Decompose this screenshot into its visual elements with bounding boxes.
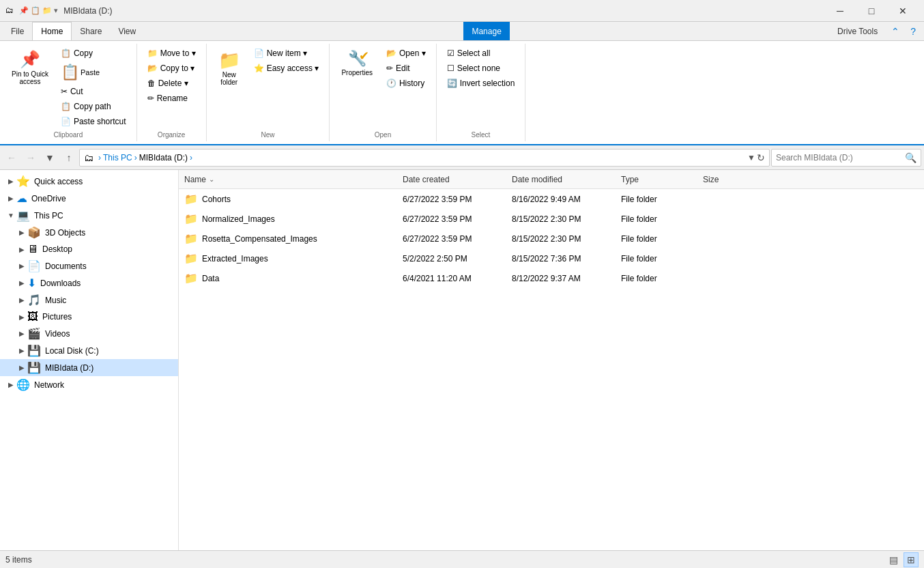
table-row[interactable]: 📁 Data 6/4/2021 11:20 AM 8/12/2022 9:37 …	[179, 268, 924, 288]
minimize-button[interactable]: ─	[824, 0, 856, 22]
properties-button[interactable]: 🔧 ✔ Properties	[335, 46, 379, 80]
sidebar-label-3dobjects: 3D Objects	[45, 228, 85, 238]
edit-button[interactable]: ✏ Edit	[381, 61, 431, 75]
search-icon[interactable]: 🔍	[905, 152, 916, 163]
table-row[interactable]: 📁 Rosetta_Compensated_Images 6/27/2022 3…	[179, 229, 924, 248]
sidebar-item-downloads[interactable]: ▶ ⬇ Downloads	[0, 274, 178, 292]
address-current[interactable]: MIBIdata (D:)	[139, 153, 188, 162]
sidebar-item-documents[interactable]: ▶ 📄 Documents	[0, 257, 178, 274]
file-created: 6/27/2022 3:59 PM	[397, 213, 506, 225]
desktop-icon: 🖥	[27, 243, 38, 255]
copy-to-icon: 📂	[147, 63, 158, 73]
file-modified: 8/12/2022 9:37 AM	[506, 272, 616, 285]
cut-label: Cut	[70, 87, 83, 96]
tab-manage[interactable]: Manage	[463, 22, 509, 40]
cut-button[interactable]: ✂ Cut	[56, 85, 131, 98]
main-area: ▶ ⭐ Quick access ▶ ☁ OneDrive ▼ 💻 This P…	[0, 170, 924, 550]
view-large-button[interactable]: ⊞	[904, 552, 919, 567]
col-header-type[interactable]: Type	[616, 173, 697, 186]
new-col: 📄 New item ▾ ⭐ Easy access ▾	[249, 46, 324, 75]
file-type: File folder	[616, 193, 697, 205]
new-folder-button[interactable]: 📁 Newfolder	[212, 46, 246, 89]
sidebar-item-music[interactable]: ▶ 🎵 Music	[0, 292, 178, 309]
forward-button[interactable]: →	[22, 149, 40, 167]
copy-path-button[interactable]: 📋 Copy path	[56, 100, 131, 113]
invert-selection-button[interactable]: 🔄 Invert selection	[442, 76, 520, 90]
sidebar-item-mibidata[interactable]: ▶ 💾 MIBIdata (D:)	[0, 359, 178, 376]
sidebar-item-network[interactable]: ▶ 🌐 Network	[0, 376, 178, 393]
delete-button[interactable]: 🗑 Delete ▾	[143, 76, 201, 90]
expand-icon: ▼	[5, 212, 16, 219]
table-row[interactable]: 📁 Normalized_Images 6/27/2022 3:59 PM 8/…	[179, 209, 924, 229]
pin-icon: 📌	[20, 50, 40, 69]
address-this-pc[interactable]: This PC	[103, 153, 132, 162]
paste-button[interactable]: 📋 Paste	[56, 61, 131, 83]
sidebar-item-pictures[interactable]: ▶ 🖼 Pictures	[0, 309, 178, 325]
onedrive-icon: ☁	[16, 192, 27, 205]
clipboard-buttons: 📌 Pin to Quickaccess 📋 Copy 📋 Paste ✂ Cu…	[5, 46, 131, 128]
col-header-name[interactable]: Name ⌄	[179, 173, 397, 186]
3dobjects-icon: 📦	[27, 226, 41, 239]
expand-icon: ▶	[16, 347, 27, 354]
history-label: History	[399, 79, 424, 88]
sidebar-item-thispc[interactable]: ▼ 💻 This PC	[0, 207, 178, 224]
sidebar-label-quickaccess: Quick access	[34, 177, 83, 186]
copy-path-icon: 📋	[61, 102, 71, 111]
search-input[interactable]	[776, 153, 902, 162]
maximize-button[interactable]: □	[856, 0, 887, 22]
tab-file[interactable]: File	[3, 22, 32, 40]
sidebar-item-videos[interactable]: ▶ 🎬 Videos	[0, 325, 178, 342]
sidebar-label-documents: Documents	[45, 261, 87, 271]
help-button[interactable]: ?	[905, 22, 921, 40]
sidebar-item-3dobjects[interactable]: ▶ 📦 3D Objects	[0, 224, 178, 241]
tab-share[interactable]: Share	[72, 22, 110, 40]
easy-access-icon: ⭐	[254, 63, 264, 73]
view-details-button[interactable]: ▤	[886, 552, 901, 567]
easy-access-button[interactable]: ⭐ Easy access ▾	[249, 61, 324, 75]
videos-icon: 🎬	[27, 327, 41, 340]
edit-icon: ✏	[386, 63, 393, 73]
rename-button[interactable]: ✏ Rename	[143, 91, 201, 105]
sidebar-label-pictures: Pictures	[42, 312, 72, 322]
tab-drive-tools[interactable]: Drive Tools	[829, 22, 886, 40]
copy-to-button[interactable]: 📂 Copy to ▾	[143, 61, 201, 75]
expand-icon: ▶	[16, 262, 27, 270]
expand-icon: ▶	[5, 195, 16, 202]
refresh-button[interactable]: ↻	[757, 152, 765, 163]
search-box[interactable]: 🔍	[771, 149, 921, 167]
address-dropdown-button[interactable]: ▼	[747, 153, 755, 162]
col-header-created[interactable]: Date created	[397, 173, 506, 186]
copy-button[interactable]: 📋 Copy	[56, 46, 131, 60]
address-bar[interactable]: 🗂 › This PC › MIBIdata (D:) › ▼ ↻	[79, 149, 770, 167]
sidebar-item-localc[interactable]: ▶ 💾 Local Disk (C:)	[0, 342, 178, 359]
up-button[interactable]: ↑	[60, 149, 78, 167]
tab-home[interactable]: Home	[32, 22, 72, 40]
recent-locations-button[interactable]: ▼	[41, 149, 59, 167]
file-size	[697, 238, 924, 240]
table-row[interactable]: 📁 Cohorts 6/27/2022 3:59 PM 8/16/2022 9:…	[179, 189, 924, 209]
open-button[interactable]: 📂 Open ▾	[381, 46, 431, 60]
select-none-button[interactable]: ☐ Select none	[442, 61, 520, 75]
paste-shortcut-button[interactable]: 📄 Paste shortcut	[56, 115, 131, 128]
tab-view[interactable]: View	[110, 22, 144, 40]
pin-to-quick-access-button[interactable]: 📌 Pin to Quickaccess	[5, 46, 55, 89]
col-header-modified[interactable]: Date modified	[506, 173, 616, 186]
table-row[interactable]: 📁 Extracted_Images 5/2/2022 2:50 PM 8/15…	[179, 248, 924, 268]
select-all-button[interactable]: ☑ Select all	[442, 46, 520, 60]
sidebar-item-desktop[interactable]: ▶ 🖥 Desktop	[0, 241, 178, 257]
file-size	[697, 277, 924, 280]
new-group: 📁 Newfolder 📄 New item ▾ ⭐ Easy access ▾…	[207, 44, 330, 141]
col-header-size[interactable]: Size	[697, 173, 924, 186]
ribbon-collapse-button[interactable]: ⌃	[886, 22, 905, 40]
sidebar-item-onedrive[interactable]: ▶ ☁ OneDrive	[0, 190, 178, 207]
back-button[interactable]: ←	[3, 149, 20, 167]
close-button[interactable]: ✕	[887, 0, 919, 22]
file-list-body: 📁 Cohorts 6/27/2022 3:59 PM 8/16/2022 9:…	[179, 189, 924, 550]
sidebar-item-quickaccess[interactable]: ▶ ⭐ Quick access	[0, 173, 178, 190]
file-type: File folder	[616, 253, 697, 265]
new-item-button[interactable]: 📄 New item ▾	[249, 46, 324, 60]
file-area: Name ⌄ Date created Date modified Type S…	[179, 170, 924, 550]
history-button[interactable]: 🕐 History	[381, 76, 431, 90]
sidebar-label-videos: Videos	[45, 329, 70, 339]
move-to-button[interactable]: 📁 Move to ▾	[143, 46, 201, 60]
